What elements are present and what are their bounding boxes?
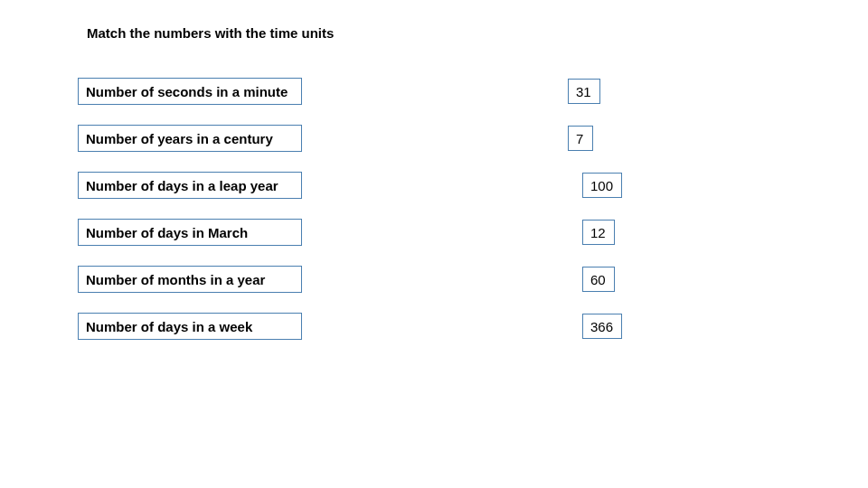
answer-box[interactable]: 60 xyxy=(582,267,615,292)
prompt-box[interactable]: Number of seconds in a minute xyxy=(78,78,302,105)
prompt-row: Number of days in March xyxy=(78,219,302,246)
prompt-row: Number of seconds in a minute xyxy=(78,78,302,105)
prompt-box[interactable]: Number of days in a week xyxy=(78,313,302,340)
answer-box[interactable]: 12 xyxy=(582,220,615,245)
answer-box[interactable]: 100 xyxy=(582,173,622,198)
prompt-row: Number of days in a leap year xyxy=(78,172,302,199)
answer-box[interactable]: 31 xyxy=(568,79,600,104)
prompt-row: Number of years in a century xyxy=(78,125,302,152)
answer-box[interactable]: 7 xyxy=(568,126,593,151)
prompt-box[interactable]: Number of days in March xyxy=(78,219,302,246)
page-title: Match the numbers with the time units xyxy=(87,25,334,41)
prompt-row: Number of months in a year xyxy=(78,266,302,293)
answer-box[interactable]: 366 xyxy=(582,314,622,339)
prompt-box[interactable]: Number of days in a leap year xyxy=(78,172,302,199)
prompt-box[interactable]: Number of years in a century xyxy=(78,125,302,152)
prompt-box[interactable]: Number of months in a year xyxy=(78,266,302,293)
prompt-row: Number of days in a week xyxy=(78,313,302,340)
